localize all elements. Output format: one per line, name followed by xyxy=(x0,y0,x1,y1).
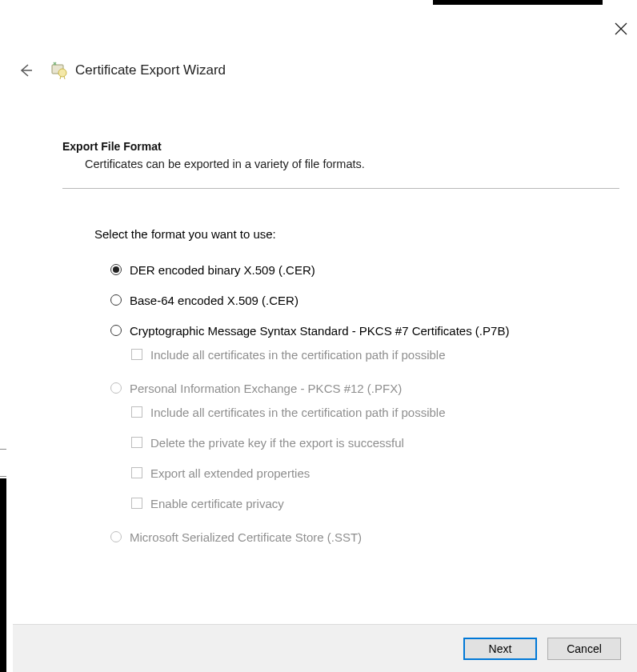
checkbox-label: Export all extended properties xyxy=(150,466,310,481)
radio-icon xyxy=(110,325,122,336)
checkbox-pfx-cert-privacy: Enable certificate privacy xyxy=(131,497,621,511)
radio-label: Cryptographic Message Syntax Standard - … xyxy=(130,324,509,338)
close-button[interactable] xyxy=(615,22,627,38)
svg-point-4 xyxy=(58,69,66,77)
radio-icon xyxy=(110,264,122,275)
back-button[interactable] xyxy=(18,62,34,78)
radio-icon xyxy=(110,382,122,394)
radio-label: DER encoded binary X.509 (.CER) xyxy=(130,263,315,278)
radio-label: Base-64 encoded X.509 (.CER) xyxy=(130,294,298,308)
checkbox-icon xyxy=(131,406,142,418)
checkbox-icon xyxy=(131,437,142,448)
checkbox-icon xyxy=(131,467,142,478)
divider xyxy=(62,188,619,189)
footer-bar: Next Cancel xyxy=(13,624,637,672)
checkbox-label: Delete the private key if the export is … xyxy=(150,436,404,450)
checkbox-icon xyxy=(131,349,142,360)
decorative-black-bar xyxy=(433,0,603,5)
radio-icon xyxy=(110,294,122,306)
radio-icon xyxy=(110,531,122,542)
decorative-edge-black xyxy=(0,478,6,672)
checkbox-label: Include all certificates in the certific… xyxy=(150,348,446,362)
certificate-wizard-icon xyxy=(50,61,69,80)
checkbox-pfx-delete-key: Delete the private key if the export is … xyxy=(131,436,621,450)
section-subtitle: Certificates can be exported in a variet… xyxy=(85,158,621,170)
radio-option-der[interactable]: DER encoded binary X.509 (.CER) xyxy=(110,263,621,278)
checkbox-pfx-include-chain: Include all certificates in the certific… xyxy=(131,406,621,420)
radio-option-base64[interactable]: Base-64 encoded X.509 (.CER) xyxy=(110,294,621,308)
cancel-button[interactable]: Cancel xyxy=(547,638,621,660)
back-arrow-icon xyxy=(18,62,34,78)
radio-option-p7b[interactable]: Cryptographic Message Syntax Standard - … xyxy=(110,324,621,338)
checkbox-icon xyxy=(131,498,142,509)
radio-option-pfx: Personal Information Exchange - PKCS #12… xyxy=(110,382,621,396)
format-prompt: Select the format you want to use: xyxy=(94,227,621,241)
wizard-title: Certificate Export Wizard xyxy=(75,62,226,78)
checkbox-pfx-extended-props: Export all extended properties xyxy=(131,466,621,481)
decorative-edge xyxy=(0,422,6,477)
close-icon xyxy=(615,22,627,35)
radio-option-sst: Microsoft Serialized Certificate Store (… xyxy=(110,530,621,545)
checkbox-label: Enable certificate privacy xyxy=(150,497,284,511)
checkbox-label: Include all certificates in the certific… xyxy=(150,406,446,420)
checkbox-p7b-include-chain: Include all certificates in the certific… xyxy=(131,348,621,362)
section-title: Export File Format xyxy=(62,140,621,153)
radio-label: Personal Information Exchange - PKCS #12… xyxy=(130,382,402,396)
next-button[interactable]: Next xyxy=(463,638,537,660)
radio-label: Microsoft Serialized Certificate Store (… xyxy=(130,530,362,545)
